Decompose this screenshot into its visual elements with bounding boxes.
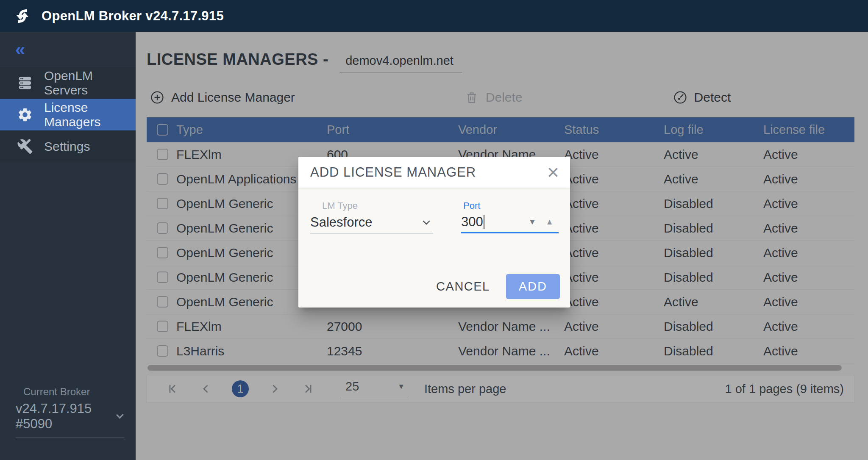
current-broker-label: Current Broker: [23, 386, 124, 398]
lm-type-select[interactable]: Salesforce: [310, 211, 433, 233]
add-license-manager-dialog: ADD LICENSE MANAGER × LM Type Salesforce…: [298, 157, 570, 308]
tools-icon: [17, 139, 33, 155]
spinner-down-icon[interactable]: ▼: [528, 217, 536, 227]
sidebar-item-label: Settings: [44, 139, 90, 154]
current-broker-box: Current Broker v24.7.17.915 #5090: [16, 386, 124, 438]
sidebar-item-openlm-servers[interactable]: OpenLM Servers: [0, 67, 136, 99]
port-input[interactable]: 300 ▼ ▲: [461, 211, 559, 233]
dialog-title: ADD LICENSE MANAGER: [310, 165, 476, 180]
app-title: OpenLM Broker v24.7.17.915: [42, 8, 224, 24]
current-broker-value: v24.7.17.915 #5090: [16, 401, 117, 432]
sidebar: « OpenLM Servers License Managers: [0, 32, 136, 460]
add-button[interactable]: ADD: [506, 274, 560, 299]
cancel-button[interactable]: CANCEL: [428, 274, 498, 299]
current-broker-select[interactable]: v24.7.17.915 #5090: [16, 398, 124, 438]
sidebar-item-label: OpenLM Servers: [44, 69, 136, 97]
chevron-down-icon: [423, 217, 430, 224]
port-field: Port 300 ▼ ▲: [461, 200, 559, 233]
sidebar-item-settings[interactable]: Settings: [0, 130, 136, 162]
port-label: Port: [463, 200, 559, 211]
lm-type-field: LM Type Salesforce: [310, 200, 433, 233]
sidebar-collapse-button[interactable]: «: [0, 32, 136, 67]
lm-type-value: Salesforce: [310, 215, 372, 230]
app-root: OpenLM Broker v24.7.17.915 « OpenLM Serv…: [0, 0, 868, 460]
top-bar: OpenLM Broker v24.7.17.915: [0, 0, 868, 32]
spinner-up-icon[interactable]: ▲: [545, 217, 554, 227]
dialog-actions: CANCEL ADD: [428, 274, 560, 299]
lm-type-label: LM Type: [322, 200, 433, 211]
sidebar-item-label: License Managers: [44, 100, 136, 129]
openlm-logo-icon: [13, 6, 32, 26]
gear-icon: [17, 107, 33, 123]
collapse-icon: «: [15, 39, 25, 60]
port-spinners: ▼ ▲: [528, 217, 559, 227]
servers-icon: [17, 75, 33, 91]
dialog-fields: LM Type Salesforce Port 300 ▼ ▲: [298, 188, 570, 233]
close-icon[interactable]: ×: [547, 166, 559, 179]
dialog-header: ADD LICENSE MANAGER ×: [298, 157, 570, 188]
port-value: 300: [461, 214, 483, 230]
sidebar-item-license-managers[interactable]: License Managers: [0, 99, 136, 130]
text-cursor: [484, 215, 484, 229]
